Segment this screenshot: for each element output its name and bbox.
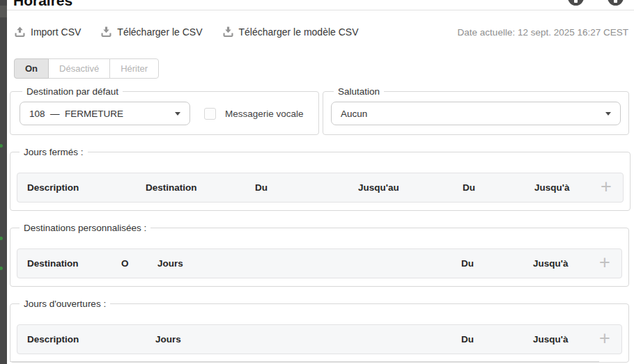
- help-glyph: [614, 0, 617, 3]
- salutation-legend: Salutation: [334, 86, 384, 97]
- salutation-fieldset: Salutation Aucun: [323, 86, 629, 135]
- column-header: Jusqu'à: [523, 258, 588, 269]
- download-icon: [222, 26, 234, 38]
- download-csv-button[interactable]: Télécharger le CSV: [100, 26, 202, 38]
- column-header: Du: [451, 258, 523, 269]
- current-date-label: Date actuelle: 12 sept. 2025 16:27 CEST: [458, 27, 628, 38]
- left-sidebar-sliver: [0, 0, 7, 364]
- download-icon: [100, 26, 112, 38]
- opening-days-legend: Jours d'ouvertures :: [20, 299, 110, 309]
- column-header: Jusqu'à: [525, 182, 589, 193]
- help-icon[interactable]: [608, 0, 624, 6]
- toggle-inherit-button[interactable]: Hériter: [109, 58, 159, 79]
- opening-days-section: Jours d'ouvertures : Description Jours D…: [10, 299, 629, 363]
- download-template-csv-label: Télécharger le modèle CSV: [239, 26, 359, 38]
- chevron-down-icon: [175, 112, 180, 116]
- add-row-button[interactable]: +: [588, 329, 621, 350]
- download-template-csv-button[interactable]: Télécharger le modèle CSV: [222, 26, 359, 38]
- default-destination-select[interactable]: 108 — FERMETURE: [20, 102, 190, 125]
- toggle-on-button[interactable]: On: [14, 58, 49, 79]
- column-header: O: [111, 258, 148, 269]
- add-row-button[interactable]: +: [588, 253, 621, 274]
- upload-icon: [14, 26, 26, 38]
- salutation-value: Aucun: [341, 109, 367, 119]
- column-header: Jusqu'à: [523, 334, 588, 345]
- column-header: Du: [245, 182, 348, 193]
- closed-days-legend: Jours fermés :: [20, 147, 88, 157]
- custom-destinations-header-row: Destination O Jours Du Jusqu'à +: [17, 248, 622, 278]
- column-header: Jours: [148, 258, 451, 269]
- closed-days-section: Jours fermés : Description Destination D…: [10, 147, 631, 211]
- sidebar-highlight: [0, 6, 7, 17]
- voicemail-label: Messagerie vocale: [225, 109, 304, 119]
- add-row-button[interactable]: +: [589, 177, 623, 198]
- default-destination-value: 108 — FERMETURE: [29, 109, 123, 119]
- default-destination-fieldset: Destination par défaut 108 — FERMETURE M…: [10, 86, 319, 135]
- next-section-divider: [10, 361, 599, 362]
- info-icon[interactable]: [568, 0, 584, 6]
- column-header: Du: [453, 182, 525, 193]
- custom-destinations-section: Destinations personnalisées : Destinatio…: [10, 223, 629, 287]
- column-header: Destination: [17, 258, 111, 269]
- sidebar-status-dot: [0, 267, 3, 270]
- column-header: Description: [17, 334, 146, 345]
- column-header: Du: [451, 334, 523, 345]
- page-title: Horaires: [13, 0, 72, 9]
- sidebar-status-dot: [0, 144, 3, 148]
- info-glyph: [574, 0, 578, 3]
- sidebar-status-dot: [0, 237, 3, 240]
- column-header: Jusqu'au: [348, 182, 453, 193]
- settings-row: Destination par défaut 108 — FERMETURE M…: [7, 86, 634, 135]
- salutation-select[interactable]: Aucun: [331, 102, 621, 125]
- import-csv-button[interactable]: Import CSV: [14, 26, 81, 38]
- column-header: Description: [17, 182, 136, 193]
- main-content: Horaires Import CSV Télécharger le CSV T…: [7, 0, 634, 364]
- import-csv-label: Import CSV: [31, 26, 81, 38]
- chevron-down-icon: [605, 112, 611, 116]
- voicemail-checkbox[interactable]: [204, 108, 216, 120]
- custom-destinations-legend: Destinations personnalisées :: [20, 223, 150, 233]
- default-destination-legend: Destination par défaut: [22, 86, 123, 97]
- opening-days-header-row: Description Jours Du Jusqu'à +: [17, 324, 622, 354]
- voicemail-checkbox-label[interactable]: Messagerie vocale: [204, 108, 304, 120]
- closed-days-header-row: Description Destination Du Jusqu'au Du J…: [17, 173, 624, 203]
- column-header: Jours: [146, 334, 451, 345]
- toggle-disabled-button[interactable]: Désactivé: [48, 58, 110, 79]
- state-toggle-group: On Désactivé Hériter: [14, 58, 159, 79]
- csv-toolbar: Import CSV Télécharger le CSV Télécharge…: [14, 22, 628, 42]
- title-bar: Horaires: [7, 0, 634, 10]
- column-header: Destination: [136, 182, 245, 193]
- download-csv-label: Télécharger le CSV: [117, 26, 202, 38]
